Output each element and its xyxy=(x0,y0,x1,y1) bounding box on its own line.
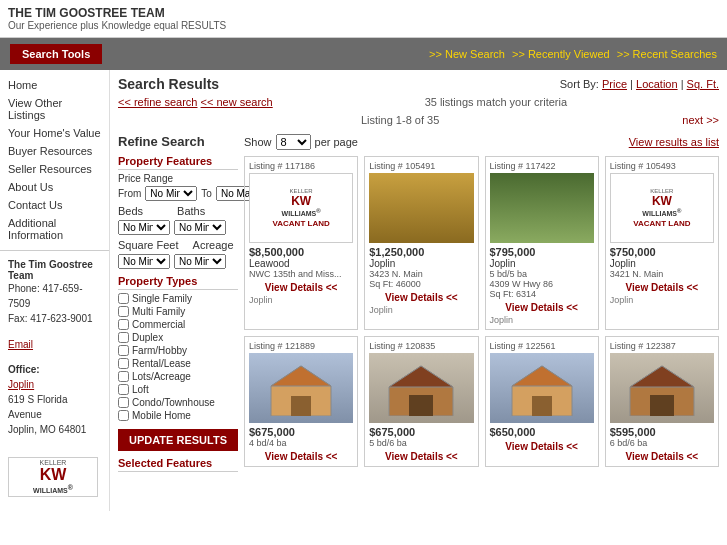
property-features-label: Property Features xyxy=(118,155,238,170)
view-details-link[interactable]: View Details << xyxy=(249,282,353,293)
checkbox-rental-lease[interactable] xyxy=(118,358,129,369)
acreage-select[interactable]: No Minimu xyxy=(174,254,226,269)
svg-rect-11 xyxy=(650,395,674,416)
sidebar-item-buyer-resources[interactable]: Buyer Resources xyxy=(0,142,109,160)
sidebar-office-city-link[interactable]: Joplin xyxy=(8,379,34,390)
new-search-link2[interactable]: << new search xyxy=(201,96,273,108)
sidebar-item-your-homes-value[interactable]: Your Home's Value xyxy=(0,124,109,142)
baths-select[interactable]: No Minimu xyxy=(174,220,226,235)
recent-searches-link[interactable]: >> Recent Searches xyxy=(617,48,717,60)
prop-type-multi-family: Multi Family xyxy=(118,306,238,317)
listing-image xyxy=(369,353,473,423)
sort-by-location[interactable]: Location xyxy=(636,78,678,90)
sidebar-item-home[interactable]: Home xyxy=(0,76,109,94)
checkbox-commercial[interactable] xyxy=(118,319,129,330)
beds-baths-row: No Minimu No Minimu xyxy=(118,220,238,235)
search-tools-button[interactable]: Search Tools xyxy=(10,44,102,64)
sidebar-logo: KELLER KW WILLIAMS® xyxy=(0,449,109,505)
checkbox-multi-family[interactable] xyxy=(118,306,129,317)
listing-image xyxy=(249,353,353,423)
sidebar-email-link[interactable]: Email xyxy=(8,339,33,350)
listing-address: NWC 135th and Miss... xyxy=(249,269,353,279)
listing-address: 3421 N. Main xyxy=(610,269,714,279)
sort-by-price[interactable]: Price xyxy=(602,78,627,90)
view-details-link[interactable]: View Details << xyxy=(369,451,473,462)
checkbox-loft[interactable] xyxy=(118,384,129,395)
listing-card: Listing # 117186 KELLER KW WILLIAMS® VAC… xyxy=(244,156,358,330)
pagination-info: Listing 1-8 of 35 xyxy=(361,114,439,126)
checkbox-farm-hobby[interactable] xyxy=(118,345,129,356)
sidebar-item-about-us[interactable]: About Us xyxy=(0,178,109,196)
svg-marker-7 xyxy=(512,366,572,386)
property-types-label: Property Types xyxy=(118,275,238,290)
checkbox-condo-townhouse[interactable] xyxy=(118,397,129,408)
listing-card: Listing # 117422 $795,000 Joplin 5 bd/5 … xyxy=(485,156,599,330)
sidebar-team-label: The Tim GoostreeTeam xyxy=(8,259,101,281)
recently-viewed-link[interactable]: >> Recently Viewed xyxy=(512,48,610,60)
listing-sqft: Sq Ft: 6314 xyxy=(490,289,594,299)
price-range-label: Price Range xyxy=(118,173,238,184)
listing-footer-city: Joplin xyxy=(610,295,714,305)
listing-image: KELLER KW WILLIAMS® VACANT LAND xyxy=(610,173,714,243)
toolbar: Search Tools >> New Search >> Recently V… xyxy=(0,38,727,70)
listing-image xyxy=(369,173,473,243)
view-details-link[interactable]: View Details << xyxy=(610,282,714,293)
view-details-link[interactable]: View Details << xyxy=(490,441,594,452)
listing-card: Listing # 120835 $675,000 5 bd/6 ba View… xyxy=(364,336,478,467)
sqft-select[interactable]: No Minimu xyxy=(118,254,170,269)
listing-card: Listing # 105493 KELLER KW WILLIAMS® VAC… xyxy=(605,156,719,330)
svg-rect-2 xyxy=(291,396,311,416)
view-as-list-link[interactable]: View results as list xyxy=(629,136,719,148)
listing-price: $675,000 xyxy=(249,426,353,438)
per-page-select[interactable]: 8 16 24 32 xyxy=(276,134,311,150)
sidebar: Home View Other Listings Your Home's Val… xyxy=(0,70,110,511)
acreage-label: Acreage xyxy=(193,239,234,251)
listing-image xyxy=(490,353,594,423)
refine-section: Refine Search Property Features Price Ra… xyxy=(118,134,238,472)
sidebar-item-seller-resources[interactable]: Seller Resources xyxy=(0,160,109,178)
prop-type-single-family: Single Family xyxy=(118,293,238,304)
listing-city: Leawood xyxy=(249,258,353,269)
svg-marker-1 xyxy=(271,366,331,386)
listing-number: Listing # 122561 xyxy=(490,341,594,351)
prop-type-duplex: Duplex xyxy=(118,332,238,343)
checkbox-duplex[interactable] xyxy=(118,332,129,343)
listing-card: Listing # 122561 $650,000 View Details <… xyxy=(485,336,599,467)
prop-type-mobile-home: Mobile Home xyxy=(118,410,238,421)
listing-city: Joplin xyxy=(610,258,714,269)
new-search-link[interactable]: >> New Search xyxy=(429,48,505,60)
checkbox-single-family[interactable] xyxy=(118,293,129,304)
listing-card: Listing # 122387 $595,000 6 bd/6 ba View… xyxy=(605,336,719,467)
price-from-select[interactable]: No Minimum xyxy=(145,186,197,201)
svg-rect-5 xyxy=(409,395,433,416)
sidebar-nav: Home View Other Listings Your Home's Val… xyxy=(0,76,109,244)
listing-image xyxy=(610,353,714,423)
listing-address: 3423 N. Main xyxy=(369,269,473,279)
prop-type-farm-hobby: Farm/Hobby xyxy=(118,345,238,356)
listing-beds: 5 bd/6 ba xyxy=(369,438,473,448)
listing-price: $8,500,000 xyxy=(249,246,353,258)
match-count: 35 listings match your criteria xyxy=(425,96,567,112)
checkbox-lots-acreage[interactable] xyxy=(118,371,129,382)
price-from-to: From No Minimum To No Maximum xyxy=(118,186,238,201)
sort-by-sqft[interactable]: Sq. Ft. xyxy=(687,78,719,90)
view-details-link[interactable]: View Details << xyxy=(369,292,473,303)
view-details-link[interactable]: View Details << xyxy=(610,451,714,462)
next-page-link[interactable]: next >> xyxy=(682,114,719,130)
sidebar-item-contact-us[interactable]: Contact Us xyxy=(0,196,109,214)
results-section: Show 8 16 24 32 per page View results as… xyxy=(244,134,719,467)
listings-grid: Listing # 117186 KELLER KW WILLIAMS® VAC… xyxy=(244,156,719,467)
content: Search Results Sort By: Price | Location… xyxy=(110,70,727,511)
sidebar-team-info: The Tim GoostreeTeam Phone: 417-659-7509… xyxy=(0,250,109,445)
checkbox-mobile-home[interactable] xyxy=(118,410,129,421)
view-details-link[interactable]: View Details << xyxy=(249,451,353,462)
refine-search-link[interactable]: << refine search xyxy=(118,96,198,108)
update-results-button[interactable]: UPDATE RESULTS xyxy=(118,429,238,451)
header: THE TIM GOOSTREE TEAM Our Experience plu… xyxy=(0,0,727,38)
beds-select[interactable]: No Minimu xyxy=(118,220,170,235)
sidebar-item-view-other-listings[interactable]: View Other Listings xyxy=(0,94,109,124)
main: Home View Other Listings Your Home's Val… xyxy=(0,70,727,511)
sidebar-item-additional-info[interactable]: Additional Information xyxy=(0,214,109,244)
view-details-link[interactable]: View Details << xyxy=(490,302,594,313)
beds-label: Beds xyxy=(118,205,143,217)
